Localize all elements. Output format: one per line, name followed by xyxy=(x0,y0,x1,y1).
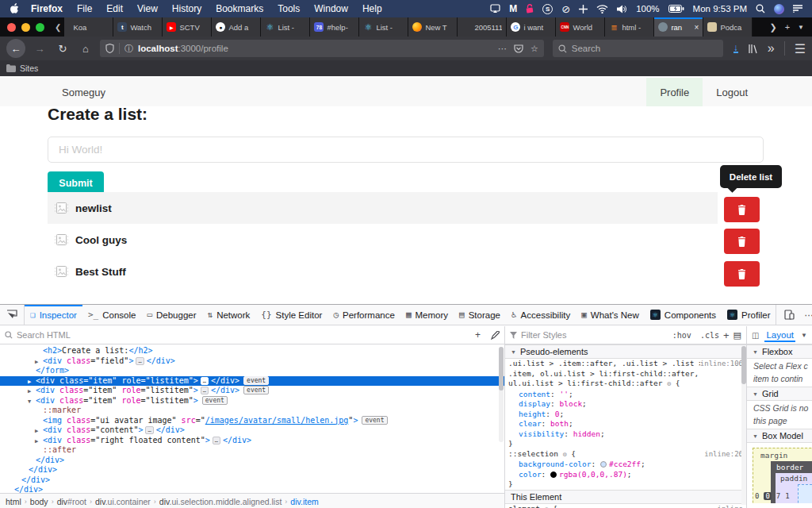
css-rule-line[interactable]: height: 0; xyxy=(505,410,746,420)
back-button[interactable]: ← xyxy=(6,39,25,58)
browser-tab[interactable]: ran× xyxy=(654,17,703,37)
tree-row[interactable]: </div> xyxy=(0,465,504,475)
browser-tab[interactable]: 78#help- xyxy=(310,17,359,37)
menu-item-bookmarks[interactable]: Bookmarks xyxy=(209,3,270,14)
menu-item-history[interactable]: History xyxy=(165,3,209,14)
toggle-hover[interactable]: :hov xyxy=(672,331,691,340)
devtools-tab-inspector[interactable]: ❏Inspector xyxy=(25,305,82,325)
list-all-tabs-icon[interactable]: ▼ xyxy=(798,24,804,31)
url-bar[interactable]: ⓘ localhost:3000/profile ⋯ ☆ xyxy=(100,40,544,57)
browser-tab[interactable]: ≣html - xyxy=(605,17,654,37)
site-nav-logout[interactable]: Logout xyxy=(703,78,761,106)
devtools-tab-performance[interactable]: ◷Performance xyxy=(327,305,400,325)
menu-item-firefox[interactable]: Firefox xyxy=(24,3,70,14)
browser-tab[interactable]: 200511105 xyxy=(458,17,507,37)
malwarebytes-icon[interactable]: M xyxy=(509,3,517,14)
site-nav-user[interactable]: Someguy xyxy=(62,87,105,98)
site-nav-profile[interactable]: Profile xyxy=(646,78,703,106)
expand-sidebar-icon[interactable]: ◫ xyxy=(752,331,759,340)
tree-row[interactable]: ::after xyxy=(0,445,504,456)
tree-row[interactable]: </div> xyxy=(0,475,504,486)
devtools-tab-network[interactable]: ⇅Network xyxy=(202,305,256,325)
add-rule-icon[interactable]: + xyxy=(723,329,730,341)
list-item-row[interactable]: Cool guys xyxy=(48,224,718,256)
delete-list-button[interactable] xyxy=(724,197,760,222)
search-bar[interactable]: Search xyxy=(553,40,723,57)
delete-list-button[interactable] xyxy=(724,261,760,287)
box-model-section-header[interactable]: ▼ Box Model xyxy=(747,429,812,443)
css-rule-line[interactable]: .ui.list > .item::after, .ui.list > .lis… xyxy=(505,359,746,369)
breadcrumb-item[interactable]: body xyxy=(30,497,48,506)
rules-filter-bar[interactable]: Filter Styles :hov .cls + ▤ xyxy=(505,326,746,344)
tree-row[interactable]: ▶<div class="content">…</div> xyxy=(0,425,504,436)
hamburger-menu-icon[interactable]: ☰ xyxy=(795,41,806,56)
downloads-icon[interactable]: ↓ xyxy=(733,44,738,53)
home-button[interactable]: ⌂ xyxy=(77,40,94,57)
tab-close-icon[interactable]: × xyxy=(695,23,699,32)
close-window-button[interactable] xyxy=(7,23,16,32)
browser-tab[interactable]: CNNWorld xyxy=(556,17,605,37)
browser-tab[interactable]: Koa xyxy=(64,17,113,37)
devtools-options-icon[interactable]: ⋯ xyxy=(804,310,812,321)
url-text[interactable]: localhost:3000/profile xyxy=(138,44,493,53)
breadcrumb-item[interactable]: div.ui.container xyxy=(95,497,151,506)
css-rule-line[interactable]: background-color: #cce2ff; xyxy=(505,460,746,470)
breadcrumb-item[interactable]: div.item xyxy=(290,497,318,506)
browser-tab[interactable]: tWatch xyxy=(113,17,163,37)
rules-section-header[interactable]: ▼Pseudo-elements xyxy=(505,344,746,359)
menu-clock[interactable]: Mon 9:53 PM xyxy=(693,4,747,13)
tree-row[interactable]: ▶<div class="item" role="listitem">…</di… xyxy=(0,376,504,387)
apple-icon[interactable] xyxy=(10,3,19,14)
tree-row[interactable]: ::marker xyxy=(0,406,504,416)
browser-tab[interactable]: New T xyxy=(408,17,458,37)
rules-section-header[interactable]: This Element xyxy=(505,490,746,504)
devtools-tab-memory[interactable]: ▦Memory xyxy=(400,305,454,325)
list-name-input[interactable] xyxy=(48,137,764,163)
submit-button[interactable]: Submit xyxy=(48,171,104,194)
airplay-icon[interactable] xyxy=(490,4,500,13)
menu-item-window[interactable]: Window xyxy=(307,3,355,14)
list-name[interactable]: Cool guys xyxy=(75,234,127,246)
tab-layout[interactable]: Layout xyxy=(764,329,795,342)
browser-tab[interactable]: Podca xyxy=(703,17,753,37)
tree-row[interactable]: </form> xyxy=(0,366,504,376)
responsive-design-icon[interactable] xyxy=(784,310,795,320)
expand-arrow-icon[interactable]: ▶ xyxy=(35,357,38,367)
shield-icon[interactable] xyxy=(105,44,114,53)
browser-tab[interactable]: ●Add a xyxy=(212,17,261,37)
css-rule-line[interactable]: } xyxy=(505,479,746,490)
css-rule-line[interactable]: clear: both; xyxy=(505,419,746,429)
reload-button[interactable]: ↻ xyxy=(54,40,71,57)
markup-search-bar[interactable]: Search HTML + xyxy=(0,326,504,344)
add-node-icon[interactable]: + xyxy=(475,329,481,341)
tree-row[interactable]: </div> xyxy=(0,456,504,466)
devtools-tab-profiler[interactable]: ⚛Profiler xyxy=(722,305,776,325)
bookmark-star-icon[interactable]: ☆ xyxy=(530,44,538,54)
expand-arrow-icon[interactable]: ▶ xyxy=(35,437,38,446)
browser-tab[interactable]: ⚛List - xyxy=(359,17,408,37)
devtools-tab-style-editor[interactable]: {}Style Editor xyxy=(255,305,327,325)
css-rule-line[interactable]: ul.ui.list > li:first-child::after ⚙ { xyxy=(505,379,746,390)
list-name[interactable]: Best Stuff xyxy=(75,266,126,278)
flexbox-section-header[interactable]: ▼ Flexbox xyxy=(747,344,812,359)
do-not-disturb-icon[interactable]: ⊘ xyxy=(561,3,570,15)
list-item-row[interactable]: newlist xyxy=(48,192,718,224)
menu-item-file[interactable]: File xyxy=(70,3,99,14)
siri-icon[interactable] xyxy=(774,4,784,14)
chevron-down-icon[interactable]: ▼ xyxy=(801,332,807,339)
css-rule-line[interactable]: color: rgba(0,0,0,.87); xyxy=(505,470,746,480)
breadcrumb-item[interactable]: div#root xyxy=(57,497,86,506)
padding-value[interactable]: 7 xyxy=(776,492,780,500)
scroll-tabs-left-icon[interactable]: ❮ xyxy=(52,17,64,37)
grid-section-header[interactable]: ▼ Grid xyxy=(747,387,812,401)
tree-row[interactable]: ▶<div class="item" role="listitem">…</di… xyxy=(0,386,504,396)
pocket-icon[interactable] xyxy=(514,44,523,53)
menu-item-help[interactable]: Help xyxy=(355,3,389,14)
css-rule-line[interactable]: display: block; xyxy=(505,399,746,410)
toggle-class[interactable]: .cls xyxy=(700,331,719,340)
eyedropper-icon[interactable] xyxy=(491,331,500,340)
devtools-tab-storage[interactable]: ▤Storage xyxy=(454,305,506,325)
volume-icon[interactable] xyxy=(617,5,627,13)
box-model-content[interactable] xyxy=(798,484,812,503)
expand-arrow-icon[interactable]: ▶ xyxy=(35,426,38,436)
